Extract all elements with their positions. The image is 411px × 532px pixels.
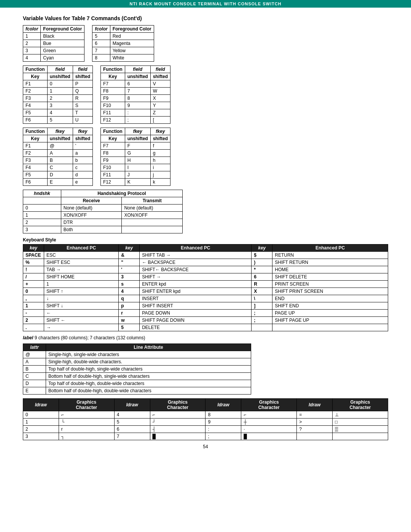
keyboard-cell: PRINT SCREEN	[272, 281, 388, 288]
fnkey-cell: R	[73, 95, 92, 102]
ldraw-val: ┐	[59, 433, 114, 440]
fcolor-cell: Red	[110, 33, 154, 40]
keyboard-cell: SHIFT HOME	[44, 273, 119, 281]
ldraw-section: ldraw GraphicsCharacter ldraw GraphicsCh…	[23, 398, 388, 440]
keyboard-cell: 1	[44, 281, 119, 288]
hndshk-cell: None (default)	[122, 204, 183, 212]
ldraw-key: 0	[23, 411, 59, 419]
keyboard-cell: PAGE UP	[272, 310, 388, 317]
fnkey-cell: G	[125, 150, 150, 157]
ldraw-h3b: GraphicsCharacter	[241, 399, 297, 411]
keyboard-cell: 5	[119, 324, 140, 331]
lattr-cell: Top half of double-high, single-wide cha…	[46, 366, 251, 373]
ldraw-val	[332, 433, 388, 440]
fn4-h3: fkey	[150, 128, 170, 135]
ldraw-key: :	[206, 426, 241, 433]
hndshk-cell: None (default)	[61, 204, 122, 212]
fnkey-cell: [	[150, 117, 170, 124]
keyboard-cell	[252, 324, 272, 331]
hndshk-cell	[122, 219, 183, 226]
fnkey-cell: T	[73, 109, 92, 117]
fnkey-cell: 5	[47, 117, 73, 124]
keyboard-cell: SHIFT ←	[44, 317, 119, 324]
ldraw-h4b: GraphicsCharacter	[332, 399, 388, 411]
fnkey-cell: g	[150, 150, 170, 157]
ldraw-key: 2	[23, 426, 59, 433]
fnkey-cell: @	[47, 142, 73, 150]
keyboard-cell: /	[23, 273, 44, 281]
keyboard-cell: &	[119, 252, 140, 259]
fnkey-cell: J	[125, 171, 150, 179]
ldraw-h1b: GraphicsCharacter	[59, 399, 114, 411]
hndshk-subtitle-cell: Handshaking Protocol	[61, 190, 182, 197]
fnkey-cell: C	[47, 164, 73, 171]
keyboard-cell: q	[119, 295, 140, 302]
fnkey-cell: F2	[23, 88, 48, 95]
fcolor-header-2a: fcolor	[92, 26, 110, 33]
fnkey-cell: F3	[23, 157, 48, 164]
keyboard-cell: TAB →	[44, 266, 119, 273]
fcolor-cell: Green	[41, 47, 84, 54]
fnkey-cell: '	[73, 142, 92, 150]
ldraw-key: ?	[297, 426, 333, 433]
fn1-h5: unshifted	[47, 73, 73, 80]
ldraw-key: 6	[114, 426, 150, 433]
keyboard-cell: →	[44, 324, 119, 331]
ldraw-key: 8	[206, 411, 241, 419]
fnkey-cell: Z	[150, 109, 170, 117]
hndshk-cell: XON/XOFF	[122, 212, 183, 219]
hndshk-receive: Receive	[61, 197, 122, 204]
ldraw-h2a: ldraw	[114, 399, 150, 411]
keyboard-cell: SHIFT← BACKSPACE	[140, 266, 252, 273]
fn2-h5: unshifted	[125, 73, 150, 80]
keyboard-cell: ;	[252, 310, 272, 317]
fnkey-cell: F9	[101, 95, 125, 102]
fn2-h1: Function	[101, 66, 125, 73]
hndshk-title-cell: hndshk	[23, 190, 61, 197]
fnkey-cell: b	[73, 157, 92, 164]
keyboard-cell: SHIFT TAB →	[140, 252, 252, 259]
fnkey-cell: F1	[23, 80, 48, 88]
fnkey-fkey-table-2: Function fkey fkey Key unshifted shifted…	[100, 128, 170, 186]
ldraw-key: ;	[206, 433, 241, 440]
fnkey-cell: F5	[23, 171, 48, 179]
fn4-h6: shifted	[150, 135, 170, 142]
ldraw-h2b: GraphicsCharacter	[150, 399, 206, 411]
fnkey-cell: e	[73, 179, 92, 186]
fnkey-cell: f	[150, 142, 170, 150]
fnkey-cell: X	[150, 95, 170, 102]
fnkey-cell: 7	[125, 88, 150, 95]
lattr-cell: B	[23, 366, 46, 373]
fnkey-cell: :	[125, 109, 150, 117]
fcolor-cell: 4	[23, 54, 41, 62]
ldraw-val: ·	[241, 426, 297, 433]
fnkey-cell: 0	[47, 80, 73, 88]
keyboard-cell: \	[252, 295, 272, 302]
keyboard-cell: SHIFT ↓	[44, 302, 119, 310]
keyboard-cell: 3	[119, 273, 140, 281]
hndshk-table: hndshk Handshaking Protocol Receive Tran…	[23, 190, 183, 233]
keyboard-cell: +	[23, 281, 44, 288]
lattr-cell: C	[23, 373, 46, 380]
keyboard-cell: r	[119, 310, 140, 317]
fnkey-cell: 3	[47, 102, 73, 109]
lattr-cell: Single-high, double-wide characters.	[46, 358, 251, 366]
lattr-subtitle-cell: Line Attribute	[46, 344, 251, 351]
keyboard-cell: SHIFT END	[272, 302, 388, 310]
fnkey-cell: ;	[125, 117, 150, 124]
fn2-h3: field	[150, 66, 170, 73]
keyboard-cell: END	[272, 295, 388, 302]
fcolor-cell: Cyan	[41, 54, 84, 62]
keyboard-cell: $	[252, 252, 272, 259]
kb-h2: Enhanced PC	[44, 244, 119, 252]
hndshk-cell: 3	[23, 226, 61, 233]
kb-h1: key	[23, 244, 44, 252]
ldraw-val: r	[59, 426, 114, 433]
keyboard-cell: !	[23, 266, 44, 273]
ldraw-val: █	[241, 433, 297, 440]
keyboard-table: key Enhanced PC key Enhanced PC key Enha…	[23, 244, 388, 331]
ldraw-val: └	[59, 419, 114, 426]
fnkey-cell: F8	[101, 150, 125, 157]
fnkey-cell: F5	[23, 109, 48, 117]
fnkey-cell: P	[73, 80, 92, 88]
